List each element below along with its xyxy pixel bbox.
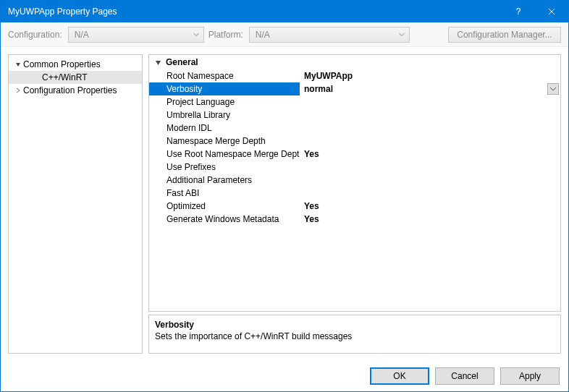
property-value[interactable] — [300, 187, 560, 200]
title-bar: MyUWPApp Property Pages ? — [1, 1, 568, 22]
property-row-modern-idl[interactable]: Modern IDL — [149, 122, 560, 135]
dropdown-button[interactable] — [547, 83, 559, 95]
property-value[interactable]: Yes — [300, 148, 560, 161]
property-row-namespace-merge-depth[interactable]: Namespace Merge Depth — [149, 135, 560, 148]
property-name: Use Root Namespace Merge Dept — [149, 148, 300, 161]
property-row-fast-abi[interactable]: Fast ABI — [149, 187, 560, 200]
property-row-project-language[interactable]: Project Language — [149, 95, 560, 108]
apply-button[interactable]: Apply — [500, 367, 560, 385]
configuration-value: N/A — [75, 30, 89, 40]
property-row-use-root-namespace-merge-depth[interactable]: Use Root Namespace Merge Dept Yes — [149, 148, 560, 161]
property-row-verbosity[interactable]: Verbosity normal — [149, 82, 560, 95]
property-name: Use Prefixes — [149, 161, 300, 174]
chevron-down-icon — [550, 88, 556, 91]
property-value[interactable] — [300, 135, 560, 148]
platform-label: Platform: — [208, 30, 243, 40]
chevron-down-icon — [399, 33, 405, 36]
property-name: Umbrella Library — [149, 108, 300, 122]
property-name: Additional Parameters — [149, 174, 300, 187]
close-button[interactable] — [535, 1, 568, 22]
configuration-manager-button[interactable]: Configuration Manager... — [448, 27, 561, 43]
ok-label: OK — [393, 371, 405, 381]
property-row-generate-windows-metadata[interactable]: Generate Windows Metadata Yes — [149, 213, 560, 226]
cancel-label: Cancel — [451, 371, 478, 381]
property-value-text: normal — [304, 84, 333, 94]
property-category[interactable]: General — [149, 55, 560, 69]
dialog-body: Common Properties C++/WinRT Configuratio… — [1, 47, 568, 361]
main-pane: General Root Namespace MyUWPApp Verbosit… — [148, 54, 561, 354]
property-value[interactable] — [300, 122, 560, 135]
property-value[interactable]: normal — [300, 82, 560, 95]
property-row-use-prefixes[interactable]: Use Prefixes — [149, 161, 560, 174]
description-title: Verbosity — [155, 320, 555, 330]
property-row-additional-parameters[interactable]: Additional Parameters — [149, 174, 560, 187]
property-value[interactable]: Yes — [300, 200, 560, 213]
close-icon — [548, 8, 555, 15]
property-name: Modern IDL — [149, 122, 300, 135]
category-label: General — [166, 57, 198, 67]
window-title: MyUWPApp Property Pages — [8, 7, 502, 17]
property-name: Root Namespace — [149, 69, 300, 82]
platform-combo[interactable]: N/A — [249, 27, 410, 43]
tree-item-common-properties[interactable]: Common Properties — [9, 58, 142, 71]
help-button[interactable]: ? — [502, 1, 535, 22]
tree-item-cpp-winrt[interactable]: C++/WinRT — [9, 71, 142, 84]
configuration-combo[interactable]: N/A — [68, 27, 204, 43]
configuration-label: Configuration: — [8, 30, 62, 40]
property-name: Generate Windows Metadata — [149, 213, 300, 226]
help-icon: ? — [516, 7, 521, 17]
chevron-down-icon — [193, 33, 199, 36]
chevron-down-icon — [14, 61, 22, 67]
tree-item-label: Common Properties — [23, 59, 101, 69]
tree-item-label: C++/WinRT — [42, 72, 87, 82]
property-value[interactable] — [300, 95, 560, 108]
property-row-optimized[interactable]: Optimized Yes — [149, 200, 560, 213]
category-tree[interactable]: Common Properties C++/WinRT Configuratio… — [8, 54, 143, 354]
tree-item-configuration-properties[interactable]: Configuration Properties — [9, 84, 142, 97]
property-name: Optimized — [149, 200, 300, 213]
property-name: Namespace Merge Depth — [149, 135, 300, 148]
property-row-umbrella-library[interactable]: Umbrella Library — [149, 108, 560, 122]
property-row-root-namespace[interactable]: Root Namespace MyUWPApp — [149, 69, 560, 82]
property-value[interactable]: MyUWPApp — [300, 69, 560, 82]
config-toolbar: Configuration: N/A Platform: N/A Configu… — [1, 22, 568, 47]
platform-value: N/A — [256, 30, 270, 40]
property-value[interactable] — [300, 108, 560, 122]
dialog-window: MyUWPApp Property Pages ? Configuration:… — [0, 0, 569, 392]
property-value[interactable] — [300, 174, 560, 187]
apply-label: Apply — [519, 371, 541, 381]
property-value[interactable] — [300, 161, 560, 174]
chevron-right-icon — [14, 88, 22, 93]
cancel-button[interactable]: Cancel — [435, 367, 494, 385]
property-grid[interactable]: General Root Namespace MyUWPApp Verbosit… — [148, 54, 561, 312]
dialog-footer: OK Cancel Apply — [1, 361, 568, 391]
property-name: Fast ABI — [149, 187, 300, 200]
chevron-down-icon — [155, 59, 161, 66]
configuration-manager-label: Configuration Manager... — [457, 30, 552, 40]
property-value[interactable]: Yes — [300, 213, 560, 226]
description-text: Sets the importance of C++/WinRT build m… — [155, 331, 555, 341]
description-pane: Verbosity Sets the importance of C++/Win… — [148, 315, 561, 354]
tree-item-label: Configuration Properties — [23, 85, 117, 95]
property-name: Project Language — [149, 95, 300, 108]
ok-button[interactable]: OK — [370, 367, 429, 385]
property-name: Verbosity — [149, 82, 300, 95]
